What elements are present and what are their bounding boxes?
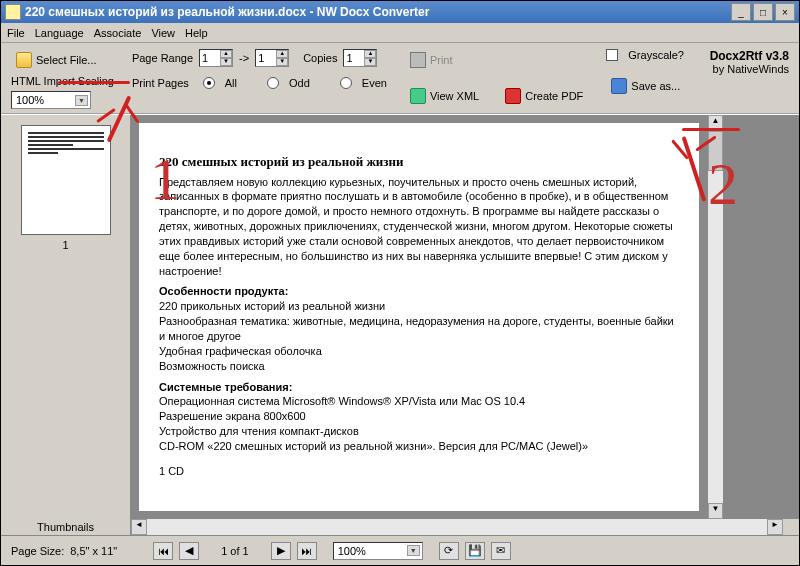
preview-area: 220 смешных историй из реальной жизни Пр… bbox=[131, 115, 799, 519]
pdf-icon bbox=[505, 88, 521, 104]
doc-f2: Разнообразная тематика: животные, медици… bbox=[159, 314, 679, 344]
doc-title: 220 смешных историй из реальной жизни bbox=[159, 153, 679, 171]
printer-icon bbox=[410, 52, 426, 68]
print-button[interactable]: Print bbox=[405, 49, 588, 71]
menu-associate[interactable]: Associate bbox=[94, 27, 142, 39]
print-label: Print bbox=[430, 54, 453, 66]
doc-f4: Возможность поиска bbox=[159, 359, 679, 374]
close-button[interactable]: × bbox=[775, 3, 795, 21]
save-icon bbox=[611, 78, 627, 94]
doc-p1: Представляем новую коллекцию курьезных, … bbox=[159, 175, 679, 279]
doc-features-h: Особенности продукта: bbox=[159, 284, 679, 299]
prev-page-button[interactable]: ◀ bbox=[179, 542, 199, 560]
thumb-page-number: 1 bbox=[62, 239, 68, 251]
grayscale-checkbox[interactable] bbox=[606, 49, 618, 61]
page-counter: 1 of 1 bbox=[221, 545, 249, 557]
doc-f1: 220 прикольных историй из реальной жизни bbox=[159, 299, 679, 314]
scaling-combo[interactable]: 100% bbox=[11, 91, 91, 109]
range-arrow: -> bbox=[239, 52, 249, 64]
annotation-two: 2 bbox=[708, 150, 738, 219]
thumbnails-panel: 1 bbox=[1, 115, 131, 519]
annotation-one: 1 bbox=[150, 145, 180, 214]
radio-odd[interactable] bbox=[267, 77, 279, 89]
copies-input[interactable]: 1▲▼ bbox=[343, 49, 377, 67]
maximize-button[interactable]: □ bbox=[753, 3, 773, 21]
page-size-label: Page Size: bbox=[11, 545, 64, 557]
tool-button-1[interactable]: ⟳ bbox=[439, 542, 459, 560]
toolbar: Select File... HTML Import Scaling 100% … bbox=[1, 43, 799, 114]
radio-even[interactable] bbox=[340, 77, 352, 89]
tool-button-2[interactable]: 💾 bbox=[465, 542, 485, 560]
window-title: 220 смешных историй из реальной жизни.do… bbox=[25, 5, 729, 19]
doc-s3: Устройство для чтения компакт-дисков bbox=[159, 424, 679, 439]
zoom-combo[interactable]: 100% bbox=[333, 542, 423, 560]
first-page-button[interactable]: ⏮ bbox=[153, 542, 173, 560]
folder-icon bbox=[16, 52, 32, 68]
statusbar: Page Size: 8,5" x 11" ⏮ ◀ 1 of 1 ▶ ⏭ 100… bbox=[1, 535, 799, 565]
next-page-button[interactable]: ▶ bbox=[271, 542, 291, 560]
create-pdf-button[interactable]: Create PDF bbox=[500, 85, 588, 107]
doc-cd: 1 CD bbox=[159, 464, 679, 479]
horizontal-scrollbar[interactable]: ◄► bbox=[131, 519, 783, 535]
thumbnail-page-1[interactable] bbox=[21, 125, 111, 235]
menu-file[interactable]: File bbox=[7, 27, 25, 39]
grayscale-label: Grayscale? bbox=[628, 49, 684, 61]
select-file-label: Select File... bbox=[36, 54, 97, 66]
save-as-button[interactable]: Save as... bbox=[606, 75, 685, 97]
menu-view[interactable]: View bbox=[151, 27, 175, 39]
tool-button-3[interactable]: ✉ bbox=[491, 542, 511, 560]
page-size-value: 8,5" x 11" bbox=[70, 545, 117, 557]
page-range-label: Page Range bbox=[132, 52, 193, 64]
minimize-button[interactable]: _ bbox=[731, 3, 751, 21]
select-file-button[interactable]: Select File... bbox=[11, 49, 114, 71]
product-name: Docx2Rtf v3.8 bbox=[710, 49, 789, 63]
doc-s1: Операционная система Microsoft® Windows®… bbox=[159, 394, 679, 409]
print-pages-label: Print Pages bbox=[132, 77, 189, 89]
app-icon bbox=[5, 4, 21, 20]
last-page-button[interactable]: ⏭ bbox=[297, 542, 317, 560]
scroll-down-arrow[interactable]: ▼ bbox=[708, 503, 723, 519]
doc-sysreq-h: Системные требования: bbox=[159, 380, 679, 395]
titlebar: 220 смешных историй из реальной жизни.do… bbox=[1, 1, 799, 23]
app-window: 220 смешных историй из реальной жизни.do… bbox=[0, 0, 800, 566]
copies-label: Copies bbox=[303, 52, 337, 64]
view-xml-button[interactable]: View XML bbox=[405, 85, 484, 107]
product-info: Docx2Rtf v3.8 by NativeWinds bbox=[710, 49, 789, 75]
main-area: 1 220 смешных историй из реальной жизни … bbox=[1, 114, 799, 519]
doc-f3: Удобная графическая оболочка bbox=[159, 344, 679, 359]
document-page: 220 смешных историй из реальной жизни Пр… bbox=[139, 123, 699, 511]
menubar: File Language Associate View Help bbox=[1, 23, 799, 43]
vendor-name: by NativeWinds bbox=[710, 63, 789, 75]
xml-icon bbox=[410, 88, 426, 104]
menu-help[interactable]: Help bbox=[185, 27, 208, 39]
radio-all[interactable] bbox=[203, 77, 215, 89]
doc-s2: Разрешение экрана 800x600 bbox=[159, 409, 679, 424]
range-to-input[interactable]: 1▲▼ bbox=[255, 49, 289, 67]
range-from-input[interactable]: 1▲▼ bbox=[199, 49, 233, 67]
doc-s4: CD-ROM «220 смешных историй из реальной … bbox=[159, 439, 679, 454]
menu-language[interactable]: Language bbox=[35, 27, 84, 39]
thumbnails-label: Thumbnails bbox=[1, 519, 131, 535]
